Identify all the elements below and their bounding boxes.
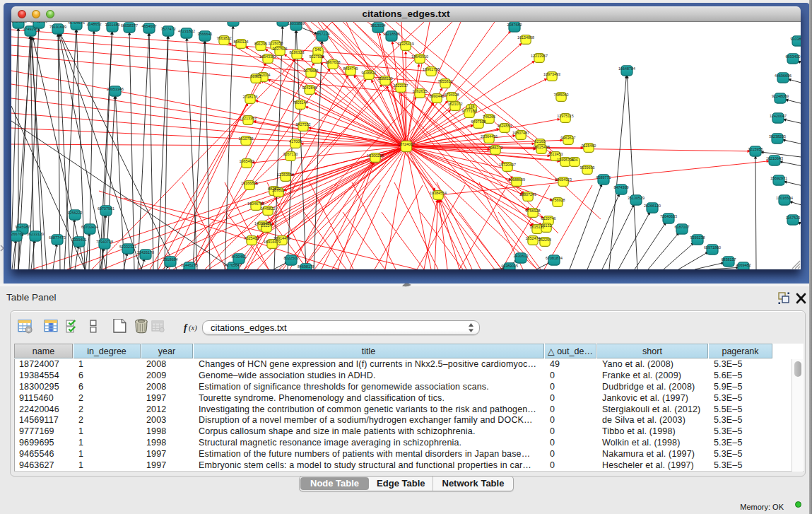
svg-text:9399238: 9399238 — [690, 235, 705, 240]
svg-text:6693400: 6693400 — [786, 54, 801, 59]
svg-text:9939695: 9939695 — [580, 165, 595, 170]
svg-text:3901489: 3901489 — [105, 23, 120, 27]
svg-text:67081874: 67081874 — [546, 256, 563, 260]
svg-text:12353594: 12353594 — [277, 173, 294, 177]
svg-text:11325419: 11325419 — [397, 42, 414, 46]
svg-text:1449822: 1449822 — [261, 206, 276, 211]
svg-text:18724007: 18724007 — [398, 142, 415, 146]
svg-text:79191609: 79191609 — [49, 25, 66, 29]
svg-text:84698178: 84698178 — [298, 264, 314, 269]
svg-text:20053346: 20053346 — [107, 87, 124, 91]
svg-text:6794028: 6794028 — [445, 93, 459, 97]
svg-text:66058377: 66058377 — [121, 23, 138, 28]
svg-text:47231822: 47231822 — [178, 29, 195, 33]
svg-text:01445275: 01445275 — [181, 263, 198, 267]
svg-text:16543382: 16543382 — [259, 54, 276, 59]
svg-text:9777169: 9777169 — [462, 109, 477, 113]
svg-text:0749297: 0749297 — [23, 27, 38, 31]
svg-text:18807249: 18807249 — [519, 192, 536, 197]
svg-text:1226058: 1226058 — [269, 41, 283, 45]
svg-text:604: 604 — [572, 158, 578, 162]
svg-text:6497508: 6497508 — [471, 119, 486, 124]
svg-text:12420047: 12420047 — [770, 114, 787, 118]
svg-text:19218506: 19218506 — [383, 32, 400, 36]
svg-text:1322017: 1322017 — [394, 83, 408, 88]
svg-text:7663822: 7663822 — [217, 36, 232, 40]
svg-text:42323221: 42323221 — [11, 22, 27, 23]
svg-text:8474369: 8474369 — [614, 185, 629, 189]
svg-text:9756928: 9756928 — [551, 198, 565, 202]
svg-text:1621072: 1621072 — [448, 102, 463, 106]
svg-text:4069482: 4069482 — [736, 263, 751, 267]
svg-text:1588520: 1588520 — [378, 76, 393, 81]
svg-text:7857224: 7857224 — [315, 32, 330, 36]
svg-text:12975115: 12975115 — [557, 114, 574, 118]
svg-text:9115460: 9115460 — [582, 144, 596, 148]
svg-text:9375685: 9375685 — [304, 69, 319, 73]
svg-text:252254: 252254 — [539, 238, 551, 242]
svg-text:2430613: 2430613 — [514, 254, 529, 258]
svg-text:10973493: 10973493 — [543, 72, 560, 76]
svg-text:9756928: 9756928 — [526, 209, 541, 213]
svg-text:9242848: 9242848 — [302, 86, 317, 90]
svg-text:19654923: 19654923 — [555, 177, 572, 182]
svg-text:28266120: 28266120 — [644, 204, 661, 208]
svg-text:8186323: 8186323 — [290, 50, 305, 54]
svg-text:9327505: 9327505 — [273, 47, 288, 51]
svg-text:17016504: 17016504 — [776, 196, 793, 200]
svg-text:3215955: 3215955 — [748, 147, 763, 151]
svg-text:9103895: 9103895 — [791, 37, 801, 41]
svg-text:7577473: 7577473 — [161, 27, 176, 31]
svg-text:2148652: 2148652 — [87, 22, 102, 26]
svg-text:16033809: 16033809 — [288, 22, 305, 25]
svg-text:16154808: 16154808 — [517, 35, 534, 40]
svg-text:587832: 587832 — [272, 188, 285, 192]
svg-text:16210643: 16210643 — [766, 156, 783, 160]
svg-text:1965493: 1965493 — [240, 159, 254, 163]
svg-text:2918684: 2918684 — [163, 257, 178, 262]
svg-text:8813054: 8813054 — [371, 23, 386, 28]
svg-text:3267130: 3267130 — [283, 152, 298, 156]
svg-text:546: 546 — [315, 47, 322, 52]
svg-text:98961: 98961 — [251, 74, 261, 78]
svg-text:7625402: 7625402 — [245, 236, 259, 240]
svg-text:891295: 891295 — [254, 42, 267, 46]
svg-text:16046788: 16046788 — [247, 201, 264, 206]
svg-text:19166825: 19166825 — [241, 181, 258, 185]
svg-text:12213967: 12213967 — [531, 54, 548, 58]
svg-text:1610755: 1610755 — [239, 136, 254, 141]
svg-text:10025438: 10025438 — [533, 145, 550, 149]
svg-text:9256222: 9256222 — [68, 211, 83, 215]
svg-text:746266: 746266 — [483, 115, 495, 119]
svg-text:10688609: 10688609 — [508, 177, 525, 182]
svg-text:7266762: 7266762 — [11, 232, 24, 236]
svg-text:20364436: 20364436 — [481, 134, 498, 139]
svg-text:4654667: 4654667 — [142, 24, 157, 28]
svg-text:8990448: 8990448 — [430, 94, 445, 98]
svg-text:19384554: 19384554 — [430, 191, 447, 195]
svg-text:6187007: 6187007 — [675, 225, 690, 229]
svg-text:8960124: 8960124 — [234, 40, 249, 44]
svg-text:9645987: 9645987 — [16, 225, 30, 229]
svg-text:15720407: 15720407 — [499, 163, 516, 167]
svg-text:15300215: 15300215 — [367, 153, 384, 158]
svg-text:3624554: 3624554 — [498, 124, 512, 128]
svg-text:25224: 25224 — [261, 223, 272, 228]
svg-text:60703434: 60703434 — [81, 225, 98, 229]
svg-text:2967608: 2967608 — [326, 60, 341, 64]
svg-text:(x): (x) — [189, 324, 197, 332]
svg-text:3566641: 3566641 — [198, 32, 213, 36]
svg-text:1399401: 1399401 — [72, 238, 87, 242]
svg-text:69707961: 69707961 — [98, 206, 114, 211]
svg-text:7803144: 7803144 — [293, 100, 308, 105]
svg-text:8430461: 8430461 — [232, 255, 247, 259]
svg-text:10807487: 10807487 — [512, 131, 529, 135]
svg-text:1613453: 1613453 — [548, 152, 563, 156]
svg-text:417006: 417006 — [289, 139, 302, 144]
svg-text:44389015: 44389015 — [501, 264, 518, 268]
svg-text:16961758: 16961758 — [423, 67, 440, 71]
svg-text:65971860: 65971860 — [704, 245, 721, 250]
svg-text:22426178: 22426178 — [137, 250, 154, 255]
svg-text:16914479: 16914479 — [273, 236, 290, 240]
svg-text:6589771: 6589771 — [596, 175, 611, 180]
